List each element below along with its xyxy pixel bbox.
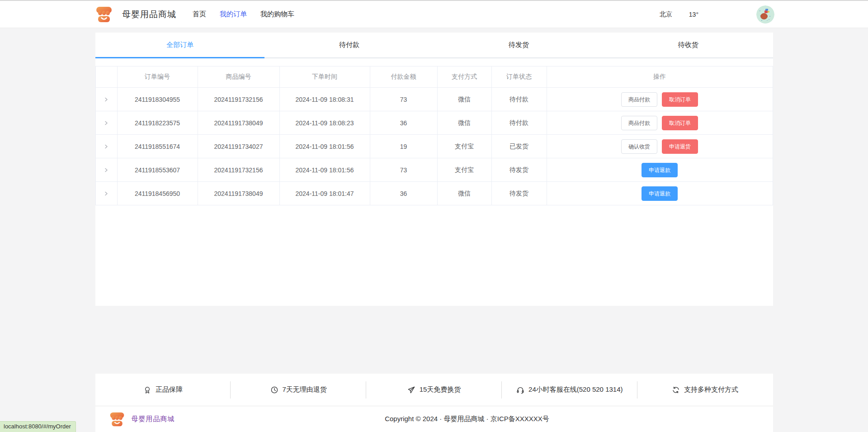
pay-method-cell: 微信 xyxy=(437,111,491,135)
order-time-cell: 2024-11-09 18:01:56 xyxy=(279,135,370,158)
footer-feature-label: 7天无理由退货 xyxy=(283,385,327,394)
amount-cell: 36 xyxy=(370,182,437,205)
brand-logo-icon[interactable] xyxy=(95,5,113,24)
order-status-cell: 待付款 xyxy=(491,111,547,135)
footer: 正品保障 7天无理由退货 15天免费换货 24小时客服在线(520 520 13… xyxy=(0,374,868,432)
main-nav: 首页我的订单我的购物车 xyxy=(193,10,308,19)
cancel-order-button[interactable]: 取消订单 xyxy=(662,116,698,130)
amount-cell: 73 xyxy=(370,88,437,111)
browser-status-url: localhost:8080/#/myOrder xyxy=(0,421,76,432)
amount-cell: 36 xyxy=(370,111,437,135)
table-header-row: 订单编号商品编号下单时间付款金额支付方式订单状态操作 xyxy=(95,66,773,88)
weather-temperature: 13° xyxy=(689,11,698,18)
column-header-expand xyxy=(95,66,117,88)
footer-brand-logo-icon xyxy=(109,411,125,427)
headset-icon xyxy=(516,386,524,394)
expand-row-icon[interactable] xyxy=(102,189,111,198)
expand-cell xyxy=(95,135,117,158)
column-header-3: 付款金额 xyxy=(370,66,437,88)
navbar-right: 北京 13° xyxy=(660,5,774,24)
copyright-text: Copyright © 2024 · 母婴用品商城 · 京ICP备XXXXXX号 xyxy=(175,415,760,423)
pay-method-cell: 微信 xyxy=(437,88,491,111)
request-refund-button[interactable]: 申请退款 xyxy=(642,163,678,177)
product-no-cell: 20241191738049 xyxy=(198,111,279,135)
expand-cell xyxy=(95,182,117,205)
tab-all-orders[interactable]: 全部订单 xyxy=(95,33,265,57)
amount-cell: 73 xyxy=(370,158,437,182)
top-navbar: 母婴用品商城 首页我的订单我的购物车 北京 13° xyxy=(0,1,868,28)
actions-cell: 确认收货申请退货 xyxy=(547,135,773,158)
amount-cell: 19 xyxy=(370,135,437,158)
footer-features: 正品保障 7天无理由退货 15天免费换货 24小时客服在线(520 520 13… xyxy=(95,374,773,406)
order-status-cell: 待发货 xyxy=(491,182,547,205)
weather-city: 北京 xyxy=(660,10,672,19)
footer-feature-label: 支持多种支付方式 xyxy=(684,385,738,394)
footer-brand[interactable]: 母婴用品商城 xyxy=(109,411,175,427)
column-header-1: 商品编号 xyxy=(198,66,279,88)
request-return-button[interactable]: 申请退货 xyxy=(662,139,698,154)
nav-home[interactable]: 首页 xyxy=(193,10,206,18)
footer-feature-label: 正品保障 xyxy=(156,385,183,394)
confirm-receipt-button[interactable]: 确认收货 xyxy=(621,139,657,154)
product-no-cell: 20241191738049 xyxy=(198,182,279,205)
request-refund-button[interactable]: 申请退款 xyxy=(642,186,678,201)
order-no-cell: 2411918553607 xyxy=(117,158,198,182)
pay-method-cell: 支付宝 xyxy=(437,158,491,182)
column-header-6: 操作 xyxy=(547,66,773,88)
tab-pending-receipt[interactable]: 待收货 xyxy=(604,33,773,57)
footer-feature-0: 正品保障 xyxy=(95,374,231,406)
nav-my-cart[interactable]: 我的购物车 xyxy=(260,10,294,18)
pay-button[interactable]: 商品付款 xyxy=(621,116,657,130)
order-time-cell: 2024-11-09 18:01:56 xyxy=(279,158,370,182)
order-no-cell: 2411918551674 xyxy=(117,135,198,158)
order-no-cell: 2411918456950 xyxy=(117,182,198,205)
footer-brand-name[interactable]: 母婴用品商城 xyxy=(132,415,175,423)
column-header-4: 支付方式 xyxy=(437,66,491,88)
expand-row-icon[interactable] xyxy=(102,142,111,151)
pay-button[interactable]: 商品付款 xyxy=(621,92,657,107)
column-header-2: 下单时间 xyxy=(279,66,370,88)
order-status-cell: 待发货 xyxy=(491,158,547,182)
order-row: 2411918456950 20241191738049 2024-11-09 … xyxy=(95,182,773,205)
order-time-cell: 2024-11-09 18:08:23 xyxy=(279,111,370,135)
tab-pending-payment[interactable]: 待付款 xyxy=(264,33,434,57)
expand-cell xyxy=(95,88,117,111)
product-no-cell: 20241191732156 xyxy=(198,88,279,111)
footer-feature-1: 7天无理由退货 xyxy=(231,374,366,406)
pay-method-cell: 微信 xyxy=(437,182,491,205)
nav-my-orders[interactable]: 我的订单 xyxy=(220,10,247,18)
product-no-cell: 20241191734027 xyxy=(198,135,279,158)
actions-cell: 申请退款 xyxy=(547,182,773,205)
actions-cell: 申请退款 xyxy=(547,158,773,182)
page: 母婴用品商城 首页我的订单我的购物车 北京 13° 全部订单待付款待发货待收货 … xyxy=(0,0,868,432)
footer-feature-label: 24小时客服在线(520 520 1314) xyxy=(528,385,623,394)
product-no-cell: 20241191732156 xyxy=(198,158,279,182)
tab-pending-shipment[interactable]: 待发货 xyxy=(434,33,604,57)
footer-feature-4: 支持多种支付方式 xyxy=(637,374,773,406)
pay-method-cell: 支付宝 xyxy=(437,135,491,158)
expand-cell xyxy=(95,158,117,182)
user-avatar[interactable] xyxy=(756,5,774,24)
order-no-cell: 2411918304955 xyxy=(117,88,198,111)
expand-row-icon[interactable] xyxy=(102,95,111,104)
order-row: 2411918304955 20241191732156 2024-11-09 … xyxy=(95,88,773,111)
orders-table-container: 订单编号商品编号下单时间付款金额支付方式订单状态操作 2411918304955… xyxy=(95,58,773,205)
footer-feature-3: 24小时客服在线(520 520 1314) xyxy=(502,374,637,406)
expand-cell xyxy=(95,111,117,135)
brand-title: 母婴用品商城 xyxy=(122,9,176,20)
send-icon xyxy=(407,386,415,394)
order-status-cell: 已发货 xyxy=(491,135,547,158)
refresh-icon xyxy=(672,386,680,394)
expand-row-icon[interactable] xyxy=(102,166,111,175)
expand-row-icon[interactable] xyxy=(102,119,111,128)
order-tabs: 全部订单待付款待发货待收货 xyxy=(95,33,773,58)
footer-bottom-bar: 母婴用品商城 Copyright © 2024 · 母婴用品商城 · 京ICP备… xyxy=(95,406,773,432)
order-row: 2411918223575 20241191738049 2024-11-09 … xyxy=(95,111,773,135)
footer-feature-label: 15天免费换货 xyxy=(420,385,461,394)
cancel-order-button[interactable]: 取消订单 xyxy=(662,92,698,107)
order-status-cell: 待付款 xyxy=(491,88,547,111)
order-row: 2411918551674 20241191734027 2024-11-09 … xyxy=(95,135,773,158)
column-header-0: 订单编号 xyxy=(117,66,198,88)
footer-inner: 正品保障 7天无理由退货 15天免费换货 24小时客服在线(520 520 13… xyxy=(95,374,773,432)
navbar-left: 母婴用品商城 首页我的订单我的购物车 xyxy=(95,5,308,24)
